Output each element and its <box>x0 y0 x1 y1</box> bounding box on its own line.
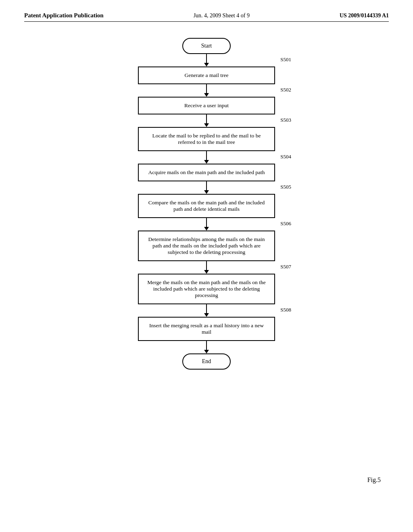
step-label-s506: S506 <box>280 220 291 227</box>
step-s507: Merge the mails on the main path and the… <box>138 274 275 304</box>
step-label-s505: S505 <box>280 184 291 190</box>
connector-s501: S501 <box>122 54 291 66</box>
connector-end <box>204 341 209 353</box>
page: Patent Application Publication Jun. 4, 2… <box>0 0 413 532</box>
step-label-s508: S508 <box>280 307 291 313</box>
header-date-sheet: Jun. 4, 2009 Sheet 4 of 9 <box>194 12 250 19</box>
start-terminal: Start <box>182 38 231 54</box>
step-s504: Acquire mails on the main path and the i… <box>138 164 275 181</box>
connector-s506: S506 <box>122 218 291 231</box>
step-label-s504: S504 <box>280 154 291 160</box>
step-s501: Generate a mail tree <box>138 66 275 84</box>
step-s508: Insert the merging result as a mail hist… <box>138 317 275 341</box>
step-s502: Receive a user input <box>138 97 275 114</box>
connector-s503: S503 <box>122 114 291 127</box>
step-s503: Locate the mail to be replied to and the… <box>138 127 275 151</box>
step-label-s501: S501 <box>280 56 291 63</box>
step-s505: Compare the mails on the main path and t… <box>138 194 275 218</box>
step-label-s502: S502 <box>280 87 291 93</box>
connector-s502: S502 <box>122 84 291 97</box>
header: Patent Application Publication Jun. 4, 2… <box>24 12 389 22</box>
step-label-s503: S503 <box>280 117 291 123</box>
flowchart: Start S501 Generate a mail tree S502 Rec… <box>24 38 389 370</box>
connector-s504: S504 <box>122 151 291 164</box>
header-patent-number: US 2009/0144339 A1 <box>340 12 389 19</box>
header-publication: Patent Application Publication <box>24 12 104 19</box>
connector-s505: S505 <box>122 181 291 194</box>
connector-s508: S508 <box>122 304 291 317</box>
step-s506: Determine relationships among the mails … <box>138 231 275 261</box>
connector-s507: S507 <box>122 261 291 274</box>
fig-label: Fig.5 <box>367 476 381 484</box>
step-label-s507: S507 <box>280 264 291 270</box>
end-terminal: End <box>182 353 231 370</box>
